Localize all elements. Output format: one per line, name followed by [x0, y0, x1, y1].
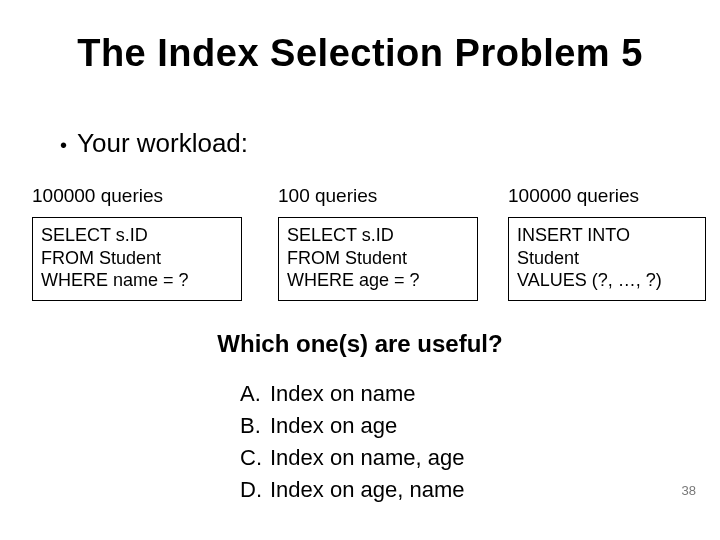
code-line: VALUES (?, …, ?) — [517, 269, 697, 292]
query-count-3: 100000 queries — [508, 185, 706, 207]
query-code-3: INSERT INTO Student VALUES (?, …, ?) — [508, 217, 706, 301]
code-line: SELECT s.ID — [287, 224, 469, 247]
option-c: C.Index on name, age — [240, 442, 464, 474]
slide-title: The Index Selection Problem 5 — [0, 32, 720, 75]
option-text: Index on age, name — [270, 477, 464, 502]
code-line: FROM Student — [287, 247, 469, 270]
page-number: 38 — [682, 483, 696, 498]
option-a: A.Index on name — [240, 378, 464, 410]
query-column-1: 100000 queries SELECT s.ID FROM Student … — [32, 185, 242, 301]
code-line: SELECT s.ID — [41, 224, 233, 247]
query-column-3: 100000 queries INSERT INTO Student VALUE… — [508, 185, 706, 301]
query-code-1: SELECT s.ID FROM Student WHERE name = ? — [32, 217, 242, 301]
question-text: Which one(s) are useful? — [0, 330, 720, 358]
option-letter: C. — [240, 442, 270, 474]
bullet-text: Your workload: — [77, 128, 248, 158]
query-count-1: 100000 queries — [32, 185, 242, 207]
code-line: INSERT INTO Student — [517, 224, 697, 269]
option-text: Index on age — [270, 413, 397, 438]
option-text: Index on name — [270, 381, 416, 406]
slide: The Index Selection Problem 5 •Your work… — [0, 0, 720, 540]
query-count-2: 100 queries — [278, 185, 478, 207]
code-line: WHERE age = ? — [287, 269, 469, 292]
code-line: FROM Student — [41, 247, 233, 270]
option-letter: D. — [240, 474, 270, 506]
option-letter: B. — [240, 410, 270, 442]
query-code-2: SELECT s.ID FROM Student WHERE age = ? — [278, 217, 478, 301]
answer-options: A.Index on name B.Index on age C.Index o… — [240, 378, 464, 506]
query-column-2: 100 queries SELECT s.ID FROM Student WHE… — [278, 185, 478, 301]
bullet-dot-icon: • — [60, 135, 67, 155]
option-letter: A. — [240, 378, 270, 410]
option-d: D.Index on age, name — [240, 474, 464, 506]
option-b: B.Index on age — [240, 410, 464, 442]
workload-bullet: •Your workload: — [60, 128, 248, 159]
option-text: Index on name, age — [270, 445, 464, 470]
code-line: WHERE name = ? — [41, 269, 233, 292]
